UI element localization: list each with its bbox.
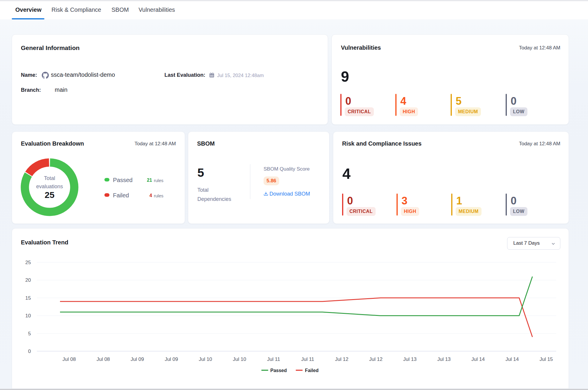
svg-text:15: 15 [25, 295, 31, 301]
svg-text:Jul 09: Jul 09 [131, 356, 144, 362]
svg-text:Passed: Passed [270, 368, 287, 373]
svg-text:Jul 08: Jul 08 [62, 356, 76, 362]
svg-text:5: 5 [28, 331, 31, 336]
svg-text:Jul 12: Jul 12 [369, 356, 382, 362]
svg-text:Jul 13: Jul 13 [403, 356, 417, 362]
svg-text:Jul 11: Jul 11 [301, 356, 314, 362]
svg-text:10: 10 [25, 313, 31, 319]
svg-text:Jul 10: Jul 10 [199, 356, 212, 362]
svg-text:Failed: Failed [305, 368, 319, 373]
svg-text:0: 0 [28, 349, 31, 354]
svg-text:20: 20 [25, 277, 31, 283]
svg-text:Jul 14: Jul 14 [505, 356, 519, 362]
svg-text:Jul 14: Jul 14 [472, 356, 485, 362]
svg-text:Jul 11: Jul 11 [267, 356, 280, 362]
svg-text:Jul 12: Jul 12 [335, 356, 348, 362]
svg-text:Jul 13: Jul 13 [437, 356, 451, 362]
svg-text:Jul 08: Jul 08 [96, 356, 110, 362]
svg-text:Jul 10: Jul 10 [233, 356, 246, 362]
svg-text:25: 25 [25, 260, 31, 265]
svg-text:Jul 15: Jul 15 [539, 356, 553, 362]
svg-text:Jul 09: Jul 09 [165, 356, 178, 362]
